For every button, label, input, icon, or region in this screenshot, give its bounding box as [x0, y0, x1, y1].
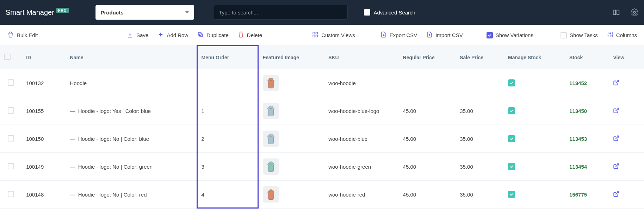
- product-thumbnail[interactable]: [263, 158, 279, 175]
- cell-sku[interactable]: woo-hoodie-red: [324, 181, 398, 209]
- checkbox-icon[interactable]: [4, 54, 11, 60]
- col-header-view[interactable]: View: [609, 46, 644, 69]
- add-row-button[interactable]: Add Row: [157, 31, 188, 39]
- cell-select[interactable]: [0, 69, 22, 97]
- advanced-search-toggle[interactable]: Advanced Search: [364, 9, 415, 16]
- checkbox-checked-icon[interactable]: [508, 163, 515, 170]
- checkbox-checked-icon[interactable]: [508, 107, 515, 114]
- cell-id[interactable]: 100132: [22, 69, 66, 97]
- table-row[interactable]: 100150— Hoodie - logo: No | Color: blue2…: [0, 125, 644, 153]
- cell-manage-stock[interactable]: [504, 97, 565, 125]
- delete-button[interactable]: Delete: [238, 31, 262, 39]
- checkbox-icon[interactable]: [8, 107, 14, 114]
- cell-sku[interactable]: woo-hoodie-blue: [324, 125, 398, 153]
- cell-name[interactable]: — Hoodie - logo: Yes | Color: blue: [66, 97, 197, 125]
- cell-featured-image[interactable]: [259, 97, 324, 125]
- table-row[interactable]: 100155— Hoodie - logo: Yes | Color: blue…: [0, 97, 644, 125]
- import-csv-button[interactable]: Import CSV: [426, 31, 463, 39]
- cell-stock[interactable]: 113452: [565, 69, 609, 97]
- cell-name[interactable]: Hoodie: [66, 69, 197, 97]
- cell-featured-image[interactable]: [259, 69, 324, 97]
- cell-sale-price[interactable]: 35.00: [456, 125, 504, 153]
- cell-view[interactable]: [609, 181, 644, 209]
- cell-regular-price[interactable]: 45.00: [399, 153, 456, 181]
- table-row[interactable]: 100132Hoodiewoo-hoodie113452: [0, 69, 644, 97]
- cell-stock[interactable]: 113450: [565, 97, 609, 125]
- bulk-edit-button[interactable]: Bulk Edit: [7, 31, 38, 39]
- product-thumbnail[interactable]: [263, 103, 279, 119]
- cell-id[interactable]: 100155: [22, 97, 66, 125]
- cell-id[interactable]: 100149: [22, 153, 66, 181]
- cell-sku[interactable]: woo-hoodie-green: [324, 153, 398, 181]
- product-thumbnail[interactable]: [263, 131, 279, 147]
- cell-id[interactable]: 100148: [22, 181, 66, 209]
- cell-select[interactable]: [0, 125, 22, 153]
- cell-stock[interactable]: 156775: [565, 181, 609, 209]
- col-header-select[interactable]: [0, 46, 22, 69]
- cell-regular-price[interactable]: 45.00: [399, 181, 456, 209]
- cell-sku[interactable]: woo-hoodie-blue-logo: [324, 97, 398, 125]
- external-link-icon[interactable]: [613, 163, 619, 169]
- cell-sale-price[interactable]: [456, 69, 504, 97]
- cell-regular-price[interactable]: 45.00: [399, 97, 456, 125]
- cell-featured-image[interactable]: [259, 125, 324, 153]
- cell-menu-order[interactable]: 4: [197, 181, 259, 209]
- cell-select[interactable]: [0, 97, 22, 125]
- checkbox-icon[interactable]: [8, 79, 14, 86]
- cell-view[interactable]: [609, 125, 644, 153]
- checkbox-icon[interactable]: [8, 191, 14, 197]
- cell-regular-price[interactable]: 45.00: [399, 125, 456, 153]
- cell-sale-price[interactable]: 35.00: [456, 153, 504, 181]
- cell-select[interactable]: [0, 153, 22, 181]
- cell-id[interactable]: 100150: [22, 125, 66, 153]
- cell-stock[interactable]: 113454: [565, 153, 609, 181]
- cell-menu-order[interactable]: 3: [197, 153, 259, 181]
- cell-sku[interactable]: woo-hoodie: [324, 69, 398, 97]
- cell-name[interactable]: — Hoodie - logo: No | Color: blue: [66, 125, 197, 153]
- duplicate-button[interactable]: Duplicate: [197, 31, 229, 39]
- checkbox-checked-icon[interactable]: [508, 191, 515, 198]
- external-link-icon[interactable]: [613, 107, 619, 114]
- cell-view[interactable]: [609, 153, 644, 181]
- col-header-sale-price[interactable]: Sale Price: [456, 46, 504, 69]
- col-header-sku[interactable]: SKU: [324, 46, 398, 69]
- cell-manage-stock[interactable]: [504, 181, 565, 209]
- cell-sale-price[interactable]: 35.00: [456, 181, 504, 209]
- cell-view[interactable]: [609, 69, 644, 97]
- checkbox-icon[interactable]: [8, 135, 14, 141]
- col-header-regular-price[interactable]: Regular Price: [399, 46, 456, 69]
- settings-icon[interactable]: [631, 8, 638, 16]
- show-variations-toggle[interactable]: Show Variations: [487, 32, 533, 38]
- cell-view[interactable]: [609, 97, 644, 125]
- col-header-stock[interactable]: Stock: [565, 46, 609, 69]
- cell-featured-image[interactable]: [259, 153, 324, 181]
- cell-stock[interactable]: 113453: [565, 125, 609, 153]
- checkbox-checked-icon[interactable]: [508, 135, 515, 142]
- checkbox-icon[interactable]: [8, 163, 14, 169]
- cell-menu-order[interactable]: 2: [197, 125, 259, 153]
- col-header-featured-image[interactable]: Featured Image: [259, 46, 324, 69]
- docs-icon[interactable]: [612, 8, 620, 16]
- external-link-icon[interactable]: [613, 135, 619, 141]
- save-button[interactable]: Save: [126, 31, 148, 39]
- cell-manage-stock[interactable]: [504, 69, 565, 97]
- col-header-manage-stock[interactable]: Manage Stock: [504, 46, 565, 69]
- columns-button[interactable]: Columns: [607, 31, 637, 39]
- cell-menu-order[interactable]: [197, 69, 259, 97]
- cell-menu-order[interactable]: 1: [197, 97, 259, 125]
- search-input[interactable]: [214, 5, 348, 20]
- table-row[interactable]: 100149— Hoodie - logo: No | Color: green…: [0, 153, 644, 181]
- export-csv-button[interactable]: Export CSV: [380, 31, 417, 39]
- col-header-name[interactable]: Name: [66, 46, 197, 69]
- custom-views-button[interactable]: Custom Views: [312, 31, 355, 39]
- show-tasks-toggle[interactable]: Show Tasks: [561, 32, 598, 38]
- cell-select[interactable]: [0, 181, 22, 209]
- product-thumbnail[interactable]: [263, 75, 279, 91]
- product-thumbnail[interactable]: [263, 186, 279, 203]
- cell-name[interactable]: — Hoodie - logo: No | Color: green: [66, 153, 197, 181]
- external-link-icon[interactable]: [613, 191, 619, 197]
- cell-featured-image[interactable]: [259, 181, 324, 209]
- col-header-id[interactable]: ID: [22, 46, 66, 69]
- checkbox-checked-icon[interactable]: [508, 79, 515, 86]
- cell-regular-price[interactable]: [399, 69, 456, 97]
